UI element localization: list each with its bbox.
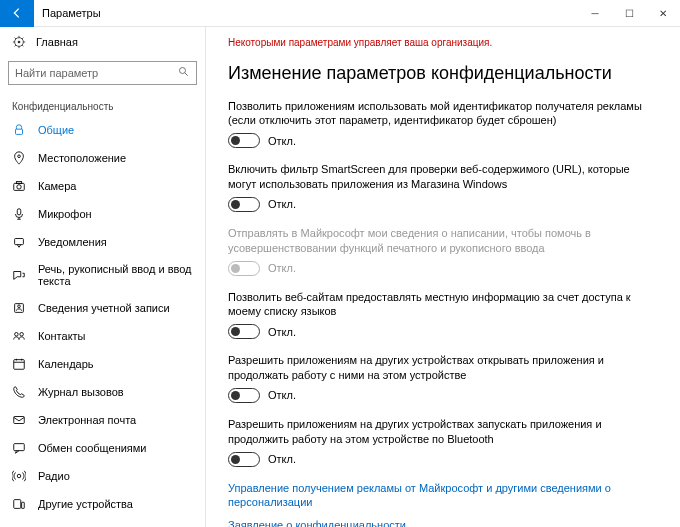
- sidebar-home[interactable]: Главная: [0, 27, 205, 57]
- nav-label: Радио: [38, 470, 70, 482]
- window-title: Параметры: [42, 7, 101, 19]
- nav-label: Речь, рукописный ввод и ввод текста: [38, 263, 193, 287]
- setting-item: Позволить веб-сайтам предоставлять местн…: [228, 290, 658, 340]
- svg-point-6: [17, 185, 21, 189]
- toggle-switch[interactable]: [228, 452, 260, 467]
- svg-rect-14: [14, 360, 25, 370]
- location-icon: [12, 151, 26, 165]
- category-header: Конфиденциальность: [0, 95, 205, 116]
- nav-label: Уведомления: [38, 236, 107, 248]
- devices-icon: [12, 497, 26, 511]
- sidebar-item-mail[interactable]: Электронная почта: [0, 406, 205, 434]
- sidebar-item-calls[interactable]: Журнал вызовов: [0, 378, 205, 406]
- mail-icon: [12, 413, 26, 427]
- setting-item: Отправлять в Майкрософт мои сведения о н…: [228, 226, 658, 276]
- nav-label: Другие устройства: [38, 498, 133, 510]
- home-label: Главная: [36, 36, 78, 48]
- sidebar-item-account[interactable]: Сведения учетной записи: [0, 294, 205, 322]
- speech-icon: [12, 268, 26, 282]
- calendar-icon: [12, 357, 26, 371]
- setting-item: Разрешить приложениям на других устройст…: [228, 417, 658, 467]
- notify-icon: [12, 235, 26, 249]
- sidebar-item-mic[interactable]: Микрофон: [0, 200, 205, 228]
- sidebar-item-lock[interactable]: Общие: [0, 116, 205, 144]
- svg-point-11: [18, 305, 21, 308]
- contacts-icon: [12, 329, 26, 343]
- svg-point-4: [18, 155, 21, 158]
- toggle-state-label: Откл.: [268, 198, 296, 210]
- svg-rect-15: [14, 417, 25, 424]
- search-placeholder: Найти параметр: [15, 67, 98, 79]
- setting-description: Разрешить приложениям на других устройст…: [228, 417, 658, 447]
- sidebar-item-radio[interactable]: Радио: [0, 462, 205, 490]
- sidebar-item-location[interactable]: Местоположение: [0, 144, 205, 172]
- svg-rect-7: [16, 182, 21, 184]
- sidebar-item-camera[interactable]: Камера: [0, 172, 205, 200]
- nav-label: Камера: [38, 180, 76, 192]
- nav-label: Сведения учетной записи: [38, 302, 170, 314]
- svg-point-2: [180, 68, 186, 74]
- sidebar: Главная Найти параметр Конфиденциальност…: [0, 27, 206, 527]
- search-input[interactable]: Найти параметр: [8, 61, 197, 85]
- setting-item: Разрешить приложениям на других устройст…: [228, 353, 658, 403]
- calls-icon: [12, 385, 26, 399]
- toggle-switch[interactable]: [228, 197, 260, 212]
- radio-icon: [12, 469, 26, 483]
- sidebar-item-feedback[interactable]: Отзывы и диагностика: [0, 518, 205, 527]
- svg-rect-8: [17, 209, 21, 215]
- toggle-state-label: Откл.: [268, 135, 296, 147]
- content-area: Некоторыми параметрами управляет ваша ор…: [206, 27, 680, 527]
- sidebar-item-contacts[interactable]: Контакты: [0, 322, 205, 350]
- nav-label: Контакты: [38, 330, 86, 342]
- svg-rect-18: [14, 500, 21, 509]
- toggle-switch[interactable]: [228, 324, 260, 339]
- messaging-icon: [12, 441, 26, 455]
- close-button[interactable]: ✕: [646, 0, 680, 27]
- sidebar-item-speech[interactable]: Речь, рукописный ввод и ввод текста: [0, 256, 205, 294]
- svg-rect-19: [22, 502, 25, 508]
- svg-point-17: [17, 474, 21, 478]
- svg-point-12: [15, 333, 19, 337]
- mic-icon: [12, 207, 26, 221]
- nav-label: Общие: [38, 124, 74, 136]
- svg-rect-9: [15, 239, 24, 245]
- setting-description: Разрешить приложениям на других устройст…: [228, 353, 658, 383]
- setting-description: Позволить приложениям использовать мой и…: [228, 99, 658, 129]
- toggle-switch[interactable]: [228, 133, 260, 148]
- sidebar-item-notify[interactable]: Уведомления: [0, 228, 205, 256]
- toggle-state-label: Откл.: [268, 262, 296, 274]
- svg-point-13: [20, 333, 24, 337]
- nav-label: Обмен сообщениями: [38, 442, 147, 454]
- sidebar-item-messaging[interactable]: Обмен сообщениями: [0, 434, 205, 462]
- setting-description: Позволить веб-сайтам предоставлять местн…: [228, 290, 658, 320]
- svg-rect-16: [14, 444, 25, 451]
- content-link[interactable]: Управление получением рекламы от Майкрос…: [228, 481, 658, 511]
- org-managed-notice: Некоторыми параметрами управляет ваша ор…: [228, 37, 658, 48]
- search-icon: [178, 66, 190, 80]
- svg-point-1: [18, 41, 21, 44]
- toggle-switch[interactable]: [228, 388, 260, 403]
- toggle-state-label: Откл.: [268, 453, 296, 465]
- setting-description: Отправлять в Майкрософт мои сведения о н…: [228, 226, 658, 256]
- toggle-state-label: Откл.: [268, 326, 296, 338]
- nav-label: Микрофон: [38, 208, 92, 220]
- setting-description: Включить фильтр SmartScreen для проверки…: [228, 162, 658, 192]
- nav-label: Журнал вызовов: [38, 386, 124, 398]
- minimize-button[interactable]: ─: [578, 0, 612, 27]
- svg-rect-3: [16, 129, 23, 134]
- nav-label: Местоположение: [38, 152, 126, 164]
- toggle-switch: [228, 261, 260, 276]
- back-button[interactable]: [0, 0, 34, 27]
- camera-icon: [12, 179, 26, 193]
- setting-item: Позволить приложениям использовать мой и…: [228, 99, 658, 149]
- toggle-state-label: Откл.: [268, 389, 296, 401]
- setting-item: Включить фильтр SmartScreen для проверки…: [228, 162, 658, 212]
- nav-label: Электронная почта: [38, 414, 136, 426]
- content-link[interactable]: Заявление о конфиденциальности: [228, 518, 658, 527]
- sidebar-item-calendar[interactable]: Календарь: [0, 350, 205, 378]
- maximize-button[interactable]: ☐: [612, 0, 646, 27]
- window-titlebar: Параметры ─ ☐ ✕: [0, 0, 680, 27]
- sidebar-item-devices[interactable]: Другие устройства: [0, 490, 205, 518]
- account-icon: [12, 301, 26, 315]
- gear-icon: [12, 35, 26, 49]
